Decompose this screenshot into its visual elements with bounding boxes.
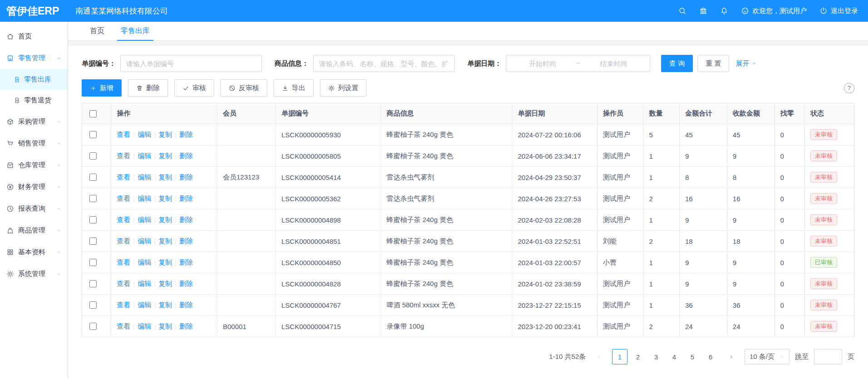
delete-link[interactable]: 删除 — [179, 301, 193, 309]
tab-home[interactable]: 首页 — [82, 22, 113, 40]
copy-link[interactable]: 复制 — [158, 301, 172, 309]
jump-input[interactable] — [814, 349, 842, 364]
delete-link[interactable]: 删除 — [179, 258, 193, 266]
sidebar-subitem-retail-outbound[interactable]: 零售出库 — [0, 69, 68, 90]
page-button-4[interactable]: 4 — [667, 349, 682, 364]
page-button-3[interactable]: 3 — [648, 349, 664, 364]
sidebar-item-sales[interactable]: 销售管理 — [0, 132, 68, 154]
page-button-2[interactable]: 2 — [630, 349, 646, 364]
bill-no-cell: LSCK00000005805 — [276, 145, 381, 167]
copy-link[interactable]: 复制 — [158, 258, 172, 266]
edit-link[interactable]: 编辑 — [137, 237, 151, 245]
view-link[interactable]: 查看 — [117, 301, 130, 309]
delete-link[interactable]: 删除 — [179, 322, 193, 330]
reset-button[interactable]: 重 置 — [697, 55, 729, 72]
sidebar-item-home[interactable]: 首页 — [0, 25, 68, 47]
copy-link[interactable]: 复制 — [158, 173, 172, 181]
prev-page-button[interactable] — [591, 349, 607, 364]
copy-link[interactable]: 复制 — [158, 280, 172, 287]
table-row: 查看|编辑|复制|删除LSCK00000004767啤酒 580ml xxsxx… — [82, 295, 854, 316]
edit-link[interactable]: 编辑 — [137, 194, 151, 202]
delete-link[interactable]: 删除 — [179, 280, 193, 287]
row-checkbox[interactable] — [89, 152, 97, 160]
help-icon[interactable]: ? — [844, 83, 854, 93]
search-icon[interactable] — [678, 7, 687, 15]
copy-link[interactable]: 复制 — [158, 216, 172, 223]
delete-link[interactable]: 删除 — [179, 216, 193, 223]
edit-link[interactable]: 编辑 — [137, 216, 151, 223]
bell-icon[interactable] — [720, 7, 728, 15]
search-button[interactable]: 查 询 — [661, 55, 693, 72]
row-checkbox[interactable] — [89, 259, 97, 266]
date-start-input[interactable] — [511, 59, 574, 68]
page-button-1[interactable]: 1 — [612, 349, 628, 364]
expand-link[interactable]: 展开 — [736, 59, 757, 68]
sidebar-item-report[interactable]: 报表查询 — [0, 198, 68, 219]
page-button-5[interactable]: 5 — [685, 349, 700, 364]
view-link[interactable]: 查看 — [117, 173, 130, 181]
view-link[interactable]: 查看 — [117, 152, 130, 160]
sidebar-item-purchase[interactable]: 采购管理 — [0, 111, 68, 132]
sidebar-subitem-retail-return[interactable]: 零售退货 — [0, 90, 68, 111]
edit-link[interactable]: 编辑 — [137, 131, 151, 138]
bank-icon[interactable] — [699, 7, 707, 15]
chevron-up-icon — [56, 56, 61, 61]
select-all-checkbox[interactable] — [89, 110, 97, 117]
logout-button[interactable]: 退出登录 — [819, 7, 858, 15]
sidebar-item-goods[interactable]: 商品管理 — [0, 219, 68, 241]
row-checkbox[interactable] — [89, 131, 97, 138]
view-link[interactable]: 查看 — [117, 194, 130, 202]
view-link[interactable]: 查看 — [117, 131, 130, 138]
page-size-select[interactable]: 10 条/页 — [745, 349, 790, 364]
export-button[interactable]: 导出 — [274, 79, 314, 97]
sidebar-item-retail[interactable]: 零售管理 — [0, 47, 68, 69]
row-checkbox[interactable] — [89, 174, 97, 181]
view-link[interactable]: 查看 — [117, 237, 130, 245]
edit-link[interactable]: 编辑 — [137, 173, 151, 181]
sidebar-item-system[interactable]: 系统管理 — [0, 263, 68, 285]
bill-no-cell: LSCK00000005930 — [276, 124, 381, 145]
view-link[interactable]: 查看 — [117, 322, 130, 330]
goods-input[interactable] — [313, 55, 455, 72]
row-checkbox[interactable] — [89, 301, 97, 309]
row-checkbox[interactable] — [89, 323, 97, 330]
column-settings-button[interactable]: 列设置 — [320, 79, 367, 97]
row-checkbox[interactable] — [89, 216, 97, 223]
sidebar-item-warehouse[interactable]: 仓库管理 — [0, 154, 68, 176]
delete-link[interactable]: 删除 — [179, 237, 193, 245]
copy-link[interactable]: 复制 — [158, 131, 172, 138]
sidebar-item-label: 仓库管理 — [18, 161, 45, 170]
row-checkbox[interactable] — [89, 195, 97, 202]
view-link[interactable]: 查看 — [117, 280, 130, 287]
user-welcome[interactable]: 欢迎您，测试用户 — [741, 7, 807, 15]
tab-retail-outbound[interactable]: 零售出库 — [113, 22, 158, 40]
sidebar-item-finance[interactable]: 财务管理 — [0, 176, 68, 198]
view-link[interactable]: 查看 — [117, 258, 130, 266]
delete-link[interactable]: 删除 — [179, 152, 193, 160]
delete-link[interactable]: 删除 — [179, 173, 193, 181]
edit-link[interactable]: 编辑 — [137, 322, 151, 330]
sidebar-item-basic[interactable]: 基本资料 — [0, 241, 68, 263]
edit-link[interactable]: 编辑 — [137, 301, 151, 309]
edit-link[interactable]: 编辑 — [137, 152, 151, 160]
delete-link[interactable]: 删除 — [179, 131, 193, 138]
next-page-button[interactable] — [724, 349, 739, 364]
edit-link[interactable]: 编辑 — [137, 258, 151, 266]
copy-link[interactable]: 复制 — [158, 322, 172, 330]
row-checkbox[interactable] — [89, 237, 97, 245]
edit-link[interactable]: 编辑 — [137, 280, 151, 287]
view-link[interactable]: 查看 — [117, 216, 130, 223]
unaudit-button[interactable]: 反审核 — [221, 79, 267, 97]
row-checkbox[interactable] — [89, 280, 97, 287]
audit-button[interactable]: 审核 — [174, 79, 214, 97]
date-range-picker[interactable]: ~ — [506, 55, 650, 72]
delete-button[interactable]: 删除 — [128, 79, 168, 97]
copy-link[interactable]: 复制 — [158, 237, 172, 245]
add-button[interactable]: 新增 — [82, 79, 122, 97]
copy-link[interactable]: 复制 — [158, 152, 172, 160]
date-end-input[interactable] — [582, 59, 645, 68]
copy-link[interactable]: 复制 — [158, 194, 172, 202]
bill-no-input[interactable] — [120, 55, 262, 72]
delete-link[interactable]: 删除 — [179, 194, 193, 202]
page-button-6[interactable]: 6 — [703, 349, 718, 364]
